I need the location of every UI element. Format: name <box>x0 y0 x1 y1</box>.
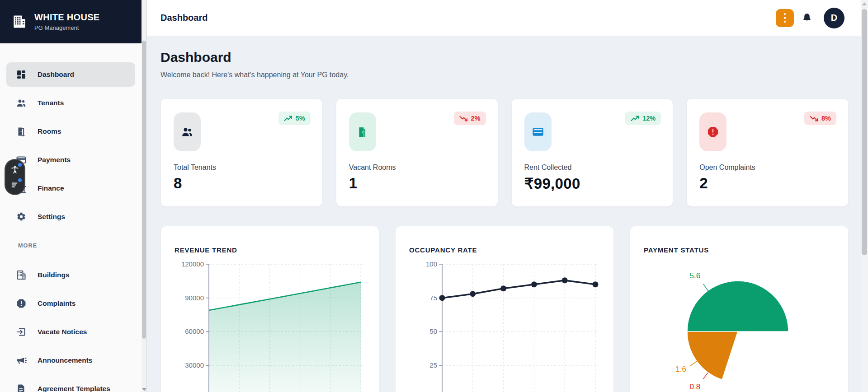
users-icon <box>181 126 193 138</box>
sidebar: WHITE HOUSE PG Management Dashboard Tena… <box>0 0 142 392</box>
sidebar-item-label: Payments <box>38 156 71 164</box>
trending-up-icon <box>631 116 639 121</box>
topbar-title: Dashboard <box>160 13 208 23</box>
stat-card-vacant-rooms: 2% Vacant Rooms 1 <box>336 98 498 207</box>
page-subtitle: Welcome back! Here's what's happening at… <box>160 70 849 80</box>
alert-icon <box>707 126 719 138</box>
accessibility-icon[interactable] <box>9 163 21 175</box>
sidebar-item-rooms[interactable]: Rooms <box>6 119 135 144</box>
sidebar-divider <box>146 0 147 392</box>
alert-octagon-icon <box>16 298 27 309</box>
trend-value: 2% <box>471 115 481 122</box>
adjustments-icon[interactable] <box>9 179 21 191</box>
sidebar-item-label: Finance <box>38 184 64 192</box>
trend-badge: 5% <box>278 112 311 125</box>
stat-label: Vacant Rooms <box>349 163 485 172</box>
occupancy-rate-card: OCCUPANCY RATE 100755025 <box>395 226 614 392</box>
notifications-bell-icon[interactable] <box>801 12 813 24</box>
sidebar-item-label: Tenants <box>38 99 64 107</box>
brand-subtitle: PG Management <box>34 24 99 31</box>
user-avatar[interactable]: D <box>824 8 844 28</box>
svg-text:0.8: 0.8 <box>689 383 700 391</box>
building-logo-icon <box>12 14 27 29</box>
sidebar-item-settings[interactable]: Settings <box>6 205 135 229</box>
sidebar-scroll-down-arrow[interactable] <box>142 388 146 391</box>
sidebar-item-buildings[interactable]: Buildings <box>6 263 135 287</box>
sidebar-item-vacate-notices[interactable]: Vacate Notices <box>6 320 135 344</box>
svg-text:50: 50 <box>429 327 437 335</box>
svg-text:1.6: 1.6 <box>675 365 686 373</box>
svg-text:100: 100 <box>426 260 437 268</box>
page-scrollbar[interactable] <box>861 0 868 392</box>
sidebar-section-more: MORE <box>6 243 135 250</box>
brand[interactable]: WHITE HOUSE PG Management <box>0 0 142 43</box>
sidebar-item-label: Buildings <box>38 271 70 279</box>
trending-up-icon <box>284 116 292 121</box>
megaphone-icon <box>16 355 27 366</box>
main-content: Dashboard Welcome back! Here's what's ha… <box>147 36 861 392</box>
svg-text:60000: 60000 <box>185 327 204 335</box>
door-icon <box>16 126 27 137</box>
stat-value: 2 <box>699 175 835 192</box>
notification-dot <box>18 178 22 182</box>
revenue-trend-card: REVENUE TREND 120000900006000030000 <box>160 226 379 392</box>
stat-icon-box <box>349 112 376 151</box>
revenue-trend-chart: 120000900006000030000 <box>161 226 380 392</box>
sidebar-item-dashboard[interactable]: Dashboard <box>6 62 135 87</box>
stat-value: ₹99,000 <box>524 175 660 192</box>
accessibility-widget <box>5 159 25 195</box>
svg-text:90000: 90000 <box>185 294 204 302</box>
trend-badge: 12% <box>625 112 661 125</box>
sidebar-item-label: Settings <box>38 213 65 221</box>
svg-text:120000: 120000 <box>181 260 204 268</box>
svg-text:30000: 30000 <box>185 361 204 369</box>
sidebar-item-payments[interactable]: Payments <box>6 148 135 172</box>
stats-row: 5% Total Tenants 8 2% Vacant Rooms 1 12% <box>160 98 849 207</box>
stat-card-open-complaints: 8% Open Complaints 2 <box>686 98 849 207</box>
trending-down-icon <box>459 116 468 121</box>
sidebar-item-label: Vacate Notices <box>38 328 87 336</box>
credit-card-icon <box>532 126 544 138</box>
dashboard-icon <box>16 69 27 80</box>
trend-value: 5% <box>296 115 305 122</box>
sidebar-item-finance[interactable]: Finance <box>6 176 135 201</box>
payment-status-card: PAYMENT STATUS 5.60.81.6 <box>630 226 849 392</box>
trending-down-icon <box>810 116 818 121</box>
building-icon <box>16 270 27 280</box>
gear-icon <box>16 211 27 222</box>
occupancy-rate-chart: 100755025 <box>396 226 615 392</box>
sidebar-item-label: Dashboard <box>38 70 74 79</box>
notification-dot <box>18 163 22 167</box>
sidebar-item-label: Complaints <box>38 299 75 308</box>
svg-text:75: 75 <box>429 294 437 302</box>
sidebar-item-tenants[interactable]: Tenants <box>6 91 135 115</box>
payment-status-pie-chart: 5.60.81.6 <box>630 226 848 392</box>
svg-text:5.6: 5.6 <box>689 271 700 280</box>
sidebar-item-complaints[interactable]: Complaints <box>6 291 135 316</box>
trend-badge: 2% <box>454 112 486 125</box>
sidebar-scrollbar[interactable] <box>142 0 146 392</box>
page-scrollbar-thumb[interactable] <box>862 9 867 255</box>
top-bar: Dashboard D <box>147 0 861 36</box>
quick-actions-button[interactable] <box>776 9 794 27</box>
stat-value: 1 <box>349 175 485 192</box>
page-title: Dashboard <box>160 49 849 66</box>
stat-value: 8 <box>174 175 310 192</box>
exit-icon <box>16 327 27 337</box>
sidebar-item-agreement-templates[interactable]: Agreement Templates <box>6 377 135 392</box>
svg-text:25: 25 <box>429 361 437 369</box>
stat-label: Total Tenants <box>174 163 310 172</box>
users-icon <box>16 98 27 108</box>
door-icon <box>356 126 369 138</box>
stat-card-rent-collected: 12% Rent Collected ₹99,000 <box>511 98 674 207</box>
sidebar-scrollbar-thumb[interactable] <box>142 41 146 339</box>
sidebar-nav: Dashboard Tenants Rooms Payments Finance… <box>0 43 142 392</box>
scroll-up-arrow[interactable] <box>862 2 867 5</box>
stat-card-total-tenants: 5% Total Tenants 8 <box>160 98 323 207</box>
brand-name: WHITE HOUSE <box>34 12 99 23</box>
stat-icon-box <box>699 112 726 151</box>
stat-label: Open Complaints <box>699 163 835 172</box>
stat-label: Rent Collected <box>524 163 660 172</box>
sidebar-item-announcements[interactable]: Announcements <box>6 348 135 373</box>
trend-badge: 8% <box>804 112 836 125</box>
